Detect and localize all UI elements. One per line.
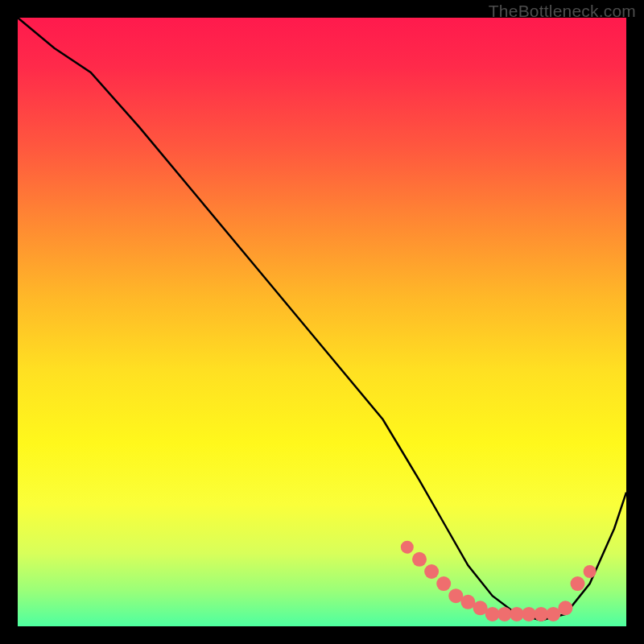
highlight-dot bbox=[436, 576, 451, 591]
bottleneck-curve bbox=[18, 18, 626, 620]
highlight-dot bbox=[424, 564, 439, 579]
chart-stage: TheBottleneck.com bbox=[0, 0, 644, 644]
watermark-text: TheBottleneck.com bbox=[489, 2, 636, 21]
highlight-dot bbox=[401, 541, 414, 554]
highlight-dot bbox=[558, 601, 572, 615]
bottleneck-zone-points bbox=[401, 541, 597, 621]
highlight-dot bbox=[571, 576, 585, 591]
chart-overlay bbox=[18, 18, 626, 626]
highlight-dot bbox=[412, 552, 427, 567]
highlight-dot bbox=[584, 565, 597, 578]
